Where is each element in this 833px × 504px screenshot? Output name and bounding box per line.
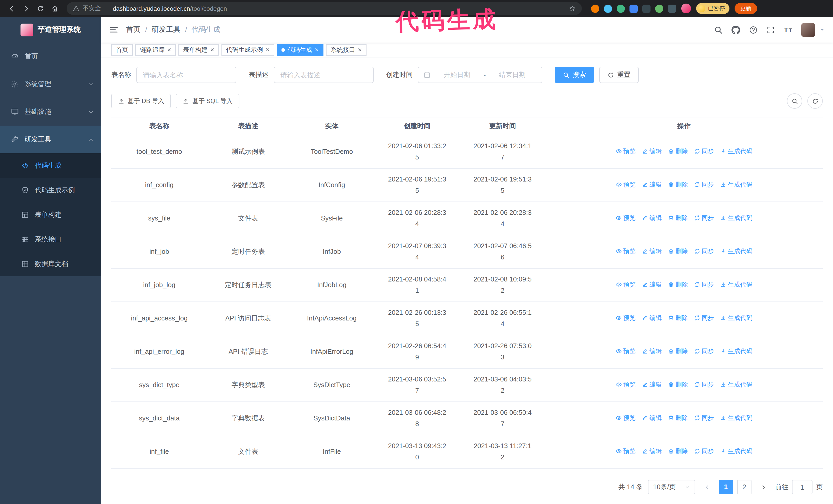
sidebar-item-db-doc[interactable]: 数据库文档	[0, 252, 101, 277]
table-name-input[interactable]	[136, 67, 236, 83]
import-sql-button[interactable]: 基于 SQL 导入	[176, 94, 239, 108]
generate-link[interactable]: 生成代码	[720, 379, 753, 390]
delete-link[interactable]: 删除	[668, 379, 688, 390]
sidebar-item-codegen-example[interactable]: 代码生成示例	[0, 178, 101, 202]
close-icon[interactable]	[315, 48, 319, 52]
tab-home[interactable]: 首页	[111, 44, 133, 56]
puzzle-extension-icon[interactable]	[668, 4, 676, 13]
generate-link[interactable]: 生成代码	[720, 345, 753, 357]
edit-link[interactable]: 编辑	[642, 246, 662, 257]
preview-link[interactable]: 预览	[616, 212, 636, 223]
close-icon[interactable]	[167, 48, 171, 52]
generate-link[interactable]: 生成代码	[720, 412, 753, 424]
generate-link[interactable]: 生成代码	[720, 279, 753, 290]
delete-link[interactable]: 删除	[668, 212, 688, 223]
update-button[interactable]: 更新	[735, 3, 757, 14]
delete-link[interactable]: 删除	[668, 312, 688, 323]
sync-link[interactable]: 同步	[694, 312, 714, 323]
sync-link[interactable]: 同步	[694, 212, 714, 223]
sidebar-item-infrastructure[interactable]: 基础设施	[0, 98, 101, 126]
vue-devtools-extension-icon[interactable]	[617, 4, 625, 13]
dark-extension-icon[interactable]	[642, 4, 650, 13]
paused-badge[interactable]: 已暂停	[696, 3, 730, 14]
home-button[interactable]	[48, 2, 62, 15]
preview-link[interactable]: 预览	[616, 412, 636, 424]
preview-link[interactable]: 预览	[616, 146, 636, 157]
sync-link[interactable]: 同步	[694, 446, 714, 457]
edit-link[interactable]: 编辑	[642, 179, 662, 190]
generate-link[interactable]: 生成代码	[720, 312, 753, 323]
search-button[interactable]	[714, 25, 723, 34]
preview-link[interactable]: 预览	[616, 179, 636, 190]
edit-link[interactable]: 编辑	[642, 345, 662, 357]
preview-link[interactable]: 预览	[616, 279, 636, 290]
delete-link[interactable]: 删除	[668, 412, 688, 424]
help-button[interactable]	[749, 25, 758, 34]
generate-link[interactable]: 生成代码	[720, 146, 753, 157]
reload-button[interactable]	[34, 2, 47, 15]
edit-link[interactable]: 编辑	[642, 146, 662, 157]
grid-extension-icon[interactable]	[629, 4, 638, 13]
page-1-button[interactable]: 1	[719, 480, 733, 494]
generate-link[interactable]: 生成代码	[720, 446, 753, 457]
sidebar-item-form-builder[interactable]: 表单构建	[0, 202, 101, 227]
import-db-button[interactable]: 基于 DB 导入	[111, 94, 171, 108]
sync-link[interactable]: 同步	[694, 146, 714, 157]
sidebar-item-codegen[interactable]: 代码生成	[0, 153, 101, 178]
caret-down-icon[interactable]	[820, 27, 825, 32]
sync-link[interactable]: 同步	[694, 379, 714, 390]
fullscreen-button[interactable]	[767, 25, 775, 34]
preview-link[interactable]: 预览	[616, 312, 636, 323]
generate-link[interactable]: 生成代码	[720, 212, 753, 223]
page-2-button[interactable]: 2	[737, 480, 752, 494]
browser-profile-avatar[interactable]	[681, 4, 691, 13]
generate-link[interactable]: 生成代码	[720, 246, 753, 257]
preview-link[interactable]: 预览	[616, 446, 636, 457]
reset-button[interactable]: 重置	[599, 67, 639, 83]
delete-link[interactable]: 删除	[668, 345, 688, 357]
close-icon[interactable]	[265, 48, 270, 52]
delete-link[interactable]: 删除	[668, 146, 688, 157]
preview-link[interactable]: 预览	[616, 246, 636, 257]
edit-link[interactable]: 编辑	[642, 212, 662, 223]
date-range-picker[interactable]: 开始日期 - 结束日期	[418, 67, 542, 83]
sidebar-item-home[interactable]: 首页	[0, 43, 101, 70]
delete-link[interactable]: 删除	[668, 279, 688, 290]
orange-extension-icon[interactable]	[591, 4, 599, 13]
sidebar-item-system-api[interactable]: 系统接口	[0, 227, 101, 252]
close-icon[interactable]	[358, 48, 362, 52]
hamburger-button[interactable]	[109, 25, 118, 34]
edit-link[interactable]: 编辑	[642, 446, 662, 457]
back-button[interactable]	[5, 2, 19, 15]
sync-link[interactable]: 同步	[694, 345, 714, 357]
breadcrumb-item[interactable]: 首页	[126, 25, 140, 34]
breadcrumb-item[interactable]: 研发工具	[152, 25, 181, 34]
tab-codegen[interactable]: 代码生成	[277, 44, 324, 56]
edit-link[interactable]: 编辑	[642, 412, 662, 424]
edit-link[interactable]: 编辑	[642, 279, 662, 290]
edit-link[interactable]: 编辑	[642, 312, 662, 323]
preview-link[interactable]: 预览	[616, 345, 636, 357]
leaf-extension-icon[interactable]	[655, 4, 663, 13]
sidebar-item-system-management[interactable]: 系统管理	[0, 70, 101, 98]
next-page-button[interactable]	[757, 480, 770, 494]
refresh-button[interactable]	[807, 93, 823, 109]
toggle-search-button[interactable]	[787, 93, 802, 109]
sync-link[interactable]: 同步	[694, 279, 714, 290]
tab-codegen-example[interactable]: 代码生成示例	[221, 44, 274, 56]
address-bar[interactable]: 不安全 dashboard.yudao.iocoder.cn/tool/code…	[67, 2, 582, 15]
forward-button[interactable]	[20, 2, 33, 15]
page-size-select[interactable]: 10条/页	[648, 480, 695, 494]
fontsize-button[interactable]: TT	[784, 26, 792, 33]
table-desc-input[interactable]	[274, 67, 374, 83]
delete-link[interactable]: 删除	[668, 179, 688, 190]
generate-link[interactable]: 生成代码	[720, 179, 753, 190]
tab-form-builder[interactable]: 表单构建	[178, 44, 219, 56]
preview-link[interactable]: 预览	[616, 379, 636, 390]
delete-link[interactable]: 删除	[668, 246, 688, 257]
sync-link[interactable]: 同步	[694, 246, 714, 257]
tab-trace[interactable]: 链路追踪	[135, 44, 176, 56]
bookmark-star-icon[interactable]	[569, 5, 576, 12]
edit-link[interactable]: 编辑	[642, 379, 662, 390]
prev-page-button[interactable]	[700, 480, 714, 494]
